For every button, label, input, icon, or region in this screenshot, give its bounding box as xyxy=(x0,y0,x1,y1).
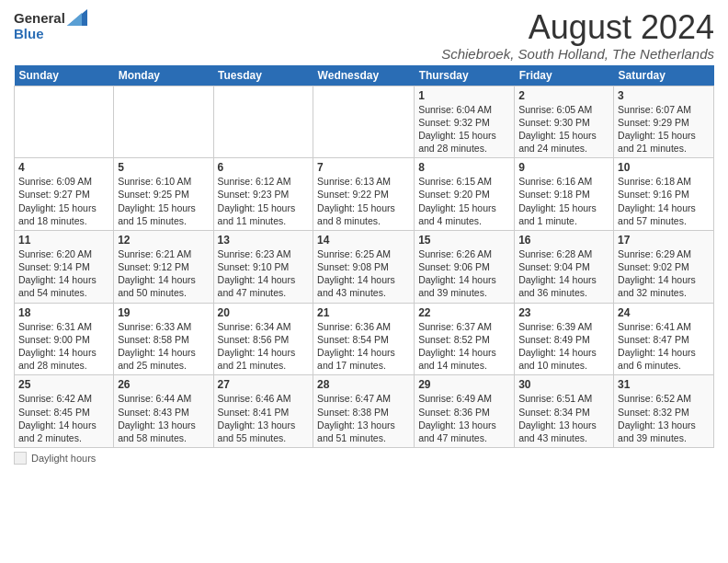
calendar: SundayMondayTuesdayWednesdayThursdayFrid… xyxy=(14,65,714,448)
day-info: Sunrise: 6:10 AMSunset: 9:25 PMDaylight:… xyxy=(118,175,209,227)
calendar-cell: 3Sunrise: 6:07 AMSunset: 9:29 PMDaylight… xyxy=(614,86,714,158)
day-number: 19 xyxy=(118,306,209,319)
day-number: 21 xyxy=(317,306,410,319)
day-number: 2 xyxy=(518,89,609,102)
day-number: 15 xyxy=(418,234,510,247)
weekday-header-monday: Monday xyxy=(114,65,213,86)
day-info: Sunrise: 6:28 AMSunset: 9:04 PMDaylight:… xyxy=(518,247,609,300)
day-info: Sunrise: 6:42 AMSunset: 8:45 PMDaylight:… xyxy=(18,392,109,444)
day-number: 1 xyxy=(418,89,510,102)
day-info: Sunrise: 6:07 AMSunset: 9:29 PMDaylight:… xyxy=(618,103,710,155)
calendar-cell: 27Sunrise: 6:46 AMSunset: 8:41 PMDayligh… xyxy=(213,375,313,448)
calendar-cell: 1Sunrise: 6:04 AMSunset: 9:32 PMDaylight… xyxy=(415,86,515,158)
calendar-cell: 16Sunrise: 6:28 AMSunset: 9:04 PMDayligh… xyxy=(515,230,614,303)
calendar-cell xyxy=(213,86,313,158)
day-info: Sunrise: 6:20 AMSunset: 9:14 PMDaylight:… xyxy=(18,247,109,300)
calendar-cell: 20Sunrise: 6:34 AMSunset: 8:56 PMDayligh… xyxy=(213,303,313,375)
day-info: Sunrise: 6:37 AMSunset: 8:52 PMDaylight:… xyxy=(418,320,510,373)
calendar-cell: 17Sunrise: 6:29 AMSunset: 9:02 PMDayligh… xyxy=(614,230,714,303)
calendar-cell: 22Sunrise: 6:37 AMSunset: 8:52 PMDayligh… xyxy=(415,303,515,375)
day-number: 25 xyxy=(18,378,109,391)
calendar-cell xyxy=(15,86,114,158)
day-number: 8 xyxy=(418,161,510,174)
calendar-cell: 24Sunrise: 6:41 AMSunset: 8:47 PMDayligh… xyxy=(614,303,714,375)
day-info: Sunrise: 6:18 AMSunset: 9:16 PMDaylight:… xyxy=(618,175,710,227)
day-info: Sunrise: 6:36 AMSunset: 8:54 PMDaylight:… xyxy=(317,320,410,373)
calendar-cell: 10Sunrise: 6:18 AMSunset: 9:16 PMDayligh… xyxy=(614,158,714,231)
logo-blue: Blue xyxy=(14,26,44,41)
logo: General Blue xyxy=(14,9,87,40)
calendar-cell: 19Sunrise: 6:33 AMSunset: 8:58 PMDayligh… xyxy=(114,303,213,375)
day-info: Sunrise: 6:34 AMSunset: 8:56 PMDaylight:… xyxy=(218,320,310,373)
calendar-week-4: 25Sunrise: 6:42 AMSunset: 8:45 PMDayligh… xyxy=(15,375,714,448)
calendar-cell: 30Sunrise: 6:51 AMSunset: 8:34 PMDayligh… xyxy=(515,375,614,448)
day-info: Sunrise: 6:16 AMSunset: 9:18 PMDaylight:… xyxy=(518,175,609,227)
logo-icon xyxy=(67,9,87,26)
calendar-cell xyxy=(313,86,415,158)
calendar-week-0: 1Sunrise: 6:04 AMSunset: 9:32 PMDaylight… xyxy=(15,86,714,158)
calendar-week-3: 18Sunrise: 6:31 AMSunset: 9:00 PMDayligh… xyxy=(15,303,714,375)
day-info: Sunrise: 6:25 AMSunset: 9:08 PMDaylight:… xyxy=(317,247,410,300)
calendar-cell: 4Sunrise: 6:09 AMSunset: 9:27 PMDaylight… xyxy=(15,158,114,231)
day-number: 29 xyxy=(418,378,510,391)
calendar-cell: 15Sunrise: 6:26 AMSunset: 9:06 PMDayligh… xyxy=(415,230,515,303)
day-info: Sunrise: 6:21 AMSunset: 9:12 PMDaylight:… xyxy=(118,247,209,300)
calendar-cell: 12Sunrise: 6:21 AMSunset: 9:12 PMDayligh… xyxy=(114,230,213,303)
day-info: Sunrise: 6:44 AMSunset: 8:43 PMDaylight:… xyxy=(118,392,209,444)
day-number: 3 xyxy=(618,89,710,102)
day-number: 6 xyxy=(218,161,310,174)
calendar-cell: 14Sunrise: 6:25 AMSunset: 9:08 PMDayligh… xyxy=(313,230,415,303)
day-number: 20 xyxy=(218,306,310,319)
day-number: 23 xyxy=(518,306,609,319)
svg-marker-1 xyxy=(67,13,82,26)
calendar-cell: 8Sunrise: 6:15 AMSunset: 9:20 PMDaylight… xyxy=(415,158,515,231)
day-number: 31 xyxy=(618,378,710,391)
day-number: 22 xyxy=(418,306,510,319)
calendar-cell: 31Sunrise: 6:52 AMSunset: 8:32 PMDayligh… xyxy=(614,375,714,448)
day-number: 9 xyxy=(518,161,609,174)
day-info: Sunrise: 6:15 AMSunset: 9:20 PMDaylight:… xyxy=(418,175,510,227)
legend-box xyxy=(14,452,27,465)
weekday-header-row: SundayMondayTuesdayWednesdayThursdayFrid… xyxy=(15,65,714,86)
month-title: August 2024 xyxy=(441,9,714,46)
calendar-cell: 7Sunrise: 6:13 AMSunset: 9:22 PMDaylight… xyxy=(313,158,415,231)
day-info: Sunrise: 6:51 AMSunset: 8:34 PMDaylight:… xyxy=(518,392,609,444)
day-number: 17 xyxy=(618,234,710,247)
weekday-header-saturday: Saturday xyxy=(614,65,714,86)
legend: Daylight hours xyxy=(14,452,714,465)
calendar-cell: 25Sunrise: 6:42 AMSunset: 8:45 PMDayligh… xyxy=(15,375,114,448)
calendar-cell: 23Sunrise: 6:39 AMSunset: 8:49 PMDayligh… xyxy=(515,303,614,375)
day-info: Sunrise: 6:41 AMSunset: 8:47 PMDaylight:… xyxy=(618,320,710,373)
day-info: Sunrise: 6:29 AMSunset: 9:02 PMDaylight:… xyxy=(618,247,710,300)
day-info: Sunrise: 6:23 AMSunset: 9:10 PMDaylight:… xyxy=(218,247,310,300)
day-number: 14 xyxy=(317,234,410,247)
weekday-header-thursday: Thursday xyxy=(415,65,515,86)
calendar-cell: 6Sunrise: 6:12 AMSunset: 9:23 PMDaylight… xyxy=(213,158,313,231)
day-number: 7 xyxy=(317,161,410,174)
day-number: 10 xyxy=(618,161,710,174)
calendar-cell: 29Sunrise: 6:49 AMSunset: 8:36 PMDayligh… xyxy=(415,375,515,448)
logo-general: General xyxy=(14,10,65,26)
day-info: Sunrise: 6:13 AMSunset: 9:22 PMDaylight:… xyxy=(317,175,410,227)
weekday-header-wednesday: Wednesday xyxy=(313,65,415,86)
day-info: Sunrise: 6:49 AMSunset: 8:36 PMDaylight:… xyxy=(418,392,510,444)
title-block: August 2024 Schiebroek, South Holland, T… xyxy=(441,9,714,62)
legend-text: Daylight hours xyxy=(31,453,96,464)
day-number: 26 xyxy=(118,378,209,391)
day-info: Sunrise: 6:31 AMSunset: 9:00 PMDaylight:… xyxy=(18,320,109,373)
calendar-week-1: 4Sunrise: 6:09 AMSunset: 9:27 PMDaylight… xyxy=(15,158,714,231)
day-info: Sunrise: 6:09 AMSunset: 9:27 PMDaylight:… xyxy=(18,175,109,227)
page-header: General Blue August 2024 Schiebroek, Sou… xyxy=(14,9,714,62)
calendar-cell: 9Sunrise: 6:16 AMSunset: 9:18 PMDaylight… xyxy=(515,158,614,231)
day-info: Sunrise: 6:26 AMSunset: 9:06 PMDaylight:… xyxy=(418,247,510,300)
day-info: Sunrise: 6:46 AMSunset: 8:41 PMDaylight:… xyxy=(218,392,310,444)
day-number: 13 xyxy=(218,234,310,247)
calendar-cell: 5Sunrise: 6:10 AMSunset: 9:25 PMDaylight… xyxy=(114,158,213,231)
day-info: Sunrise: 6:05 AMSunset: 9:30 PMDaylight:… xyxy=(518,103,609,155)
location: Schiebroek, South Holland, The Netherlan… xyxy=(441,46,714,62)
calendar-cell: 26Sunrise: 6:44 AMSunset: 8:43 PMDayligh… xyxy=(114,375,213,448)
calendar-cell: 11Sunrise: 6:20 AMSunset: 9:14 PMDayligh… xyxy=(15,230,114,303)
day-number: 28 xyxy=(317,378,410,391)
day-number: 11 xyxy=(18,234,109,247)
day-number: 27 xyxy=(218,378,310,391)
